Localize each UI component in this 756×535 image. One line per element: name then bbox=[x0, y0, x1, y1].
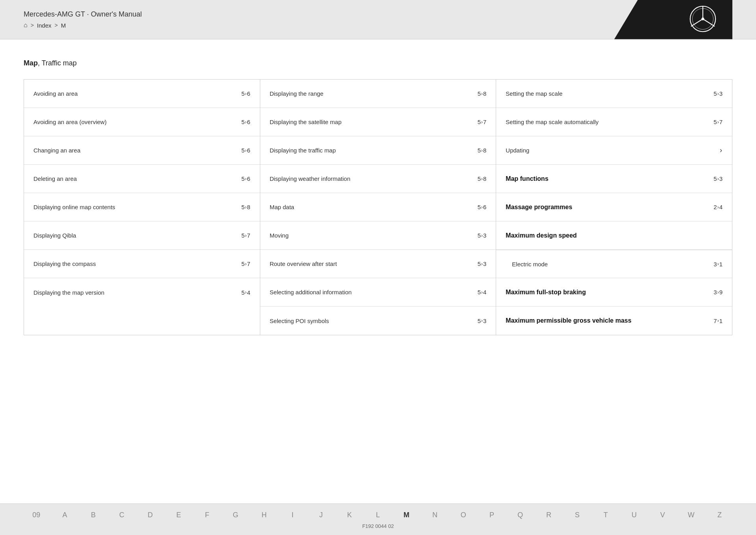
entry-label: Displaying the compass bbox=[33, 260, 235, 267]
entry-page: 5›6 bbox=[241, 119, 250, 125]
entry-label: Updating bbox=[506, 147, 713, 154]
alpha-P[interactable]: P bbox=[484, 510, 500, 520]
entry-label: Route overview after start bbox=[270, 260, 471, 267]
alpha-R[interactable]: R bbox=[541, 510, 557, 520]
alpha-V[interactable]: V bbox=[655, 510, 671, 520]
list-item: Map functions 5›3 bbox=[496, 165, 732, 193]
list-item: Map data 5›6 bbox=[260, 193, 496, 221]
entry-label: Moving bbox=[270, 232, 471, 239]
list-item: Massage programmes 2›4 bbox=[496, 193, 732, 221]
index-column-1: Avoiding an area 5›6 Avoiding an area (o… bbox=[24, 80, 260, 335]
mercedes-logo bbox=[689, 5, 717, 34]
alpha-H[interactable]: H bbox=[256, 510, 272, 520]
entry-label: Setting the map scale automatically bbox=[506, 119, 707, 125]
page-header: Mercedes-AMG GT · Owner's Manual ⌂ > Ind… bbox=[0, 0, 756, 39]
entry-page: 5›7 bbox=[241, 260, 250, 267]
alpha-E[interactable]: E bbox=[171, 510, 187, 520]
alpha-W[interactable]: W bbox=[683, 510, 699, 520]
entry-label: Avoiding an area bbox=[33, 90, 235, 97]
entry-label-bold: Massage programmes bbox=[506, 204, 707, 211]
list-item: Maximum permissible gross vehicle mass 7… bbox=[496, 307, 732, 335]
alpha-F[interactable]: F bbox=[199, 510, 215, 520]
list-item: Updating › bbox=[496, 136, 732, 165]
header-right bbox=[598, 0, 732, 39]
alpha-L[interactable]: L bbox=[370, 510, 386, 520]
alpha-Z[interactable]: Z bbox=[712, 510, 727, 520]
alpha-C[interactable]: C bbox=[114, 510, 130, 520]
entry-page: 5›4 bbox=[478, 289, 487, 295]
entry-label: Displaying Qibla bbox=[33, 232, 235, 239]
manual-title: Mercedes-AMG GT · Owner's Manual bbox=[24, 10, 142, 19]
alpha-Q[interactable]: Q bbox=[512, 510, 528, 520]
alpha-I[interactable]: I bbox=[285, 510, 300, 520]
breadcrumb-sep-1: > bbox=[31, 22, 34, 28]
alpha-M[interactable]: M bbox=[398, 510, 414, 520]
list-item: Displaying the compass 5›7 bbox=[24, 250, 260, 278]
entry-label: Displaying the map version bbox=[33, 289, 235, 296]
entry-page: 5›3 bbox=[478, 232, 487, 239]
list-item: Selecting additional information 5›4 bbox=[260, 278, 496, 307]
entry-page: 5›6 bbox=[241, 175, 250, 182]
alpha-09[interactable]: 09 bbox=[28, 510, 44, 520]
entry-page: 5›8 bbox=[478, 147, 487, 154]
list-item: Electric mode 3›1 bbox=[496, 250, 732, 278]
list-item: Displaying Qibla 5›7 bbox=[24, 221, 260, 250]
entry-page: 3›1 bbox=[713, 261, 723, 268]
alpha-O[interactable]: O bbox=[456, 510, 471, 520]
entry-page: 5›4 bbox=[241, 289, 250, 296]
entry-label: Displaying the range bbox=[270, 90, 471, 97]
alpha-G[interactable]: G bbox=[228, 510, 243, 520]
section-heading: Map, Traffic map bbox=[24, 59, 732, 67]
alpha-U[interactable]: U bbox=[626, 510, 642, 520]
alpha-K[interactable]: K bbox=[342, 510, 358, 520]
alpha-S[interactable]: S bbox=[569, 510, 585, 520]
index-column-2: Displaying the range 5›8 Displaying the … bbox=[260, 80, 497, 335]
entry-label: Setting the map scale bbox=[506, 90, 707, 97]
entry-page: 5›6 bbox=[241, 90, 250, 97]
list-item: Route overview after start 5›3 bbox=[260, 250, 496, 278]
list-item: Setting the map scale automatically 5›7 bbox=[496, 108, 732, 136]
list-item: Deleting an area 5›6 bbox=[24, 165, 260, 193]
main-content: Map, Traffic map Avoiding an area 5›6 Av… bbox=[0, 39, 756, 503]
entry-page: › bbox=[719, 146, 723, 154]
list-item: Avoiding an area (overview) 5›6 bbox=[24, 108, 260, 136]
entry-label: Selecting additional information bbox=[270, 289, 471, 295]
list-item: Maximum design speed bbox=[496, 221, 732, 250]
alpha-A[interactable]: A bbox=[57, 510, 73, 520]
entry-label: Electric mode bbox=[512, 261, 707, 268]
entry-page: 5›7 bbox=[478, 119, 487, 125]
page-footer: 09 A B C D E F G H I J K L M N O P Q R S… bbox=[0, 503, 756, 535]
entry-label: Displaying the satellite map bbox=[270, 119, 471, 125]
entry-page: 5›3 bbox=[713, 90, 723, 97]
entry-label: Selecting POI symbols bbox=[270, 318, 471, 324]
entry-page: 5›3 bbox=[478, 260, 487, 267]
logo-container bbox=[598, 0, 732, 39]
section-heading-normal: , Traffic map bbox=[38, 59, 77, 67]
entry-label-bold: Map functions bbox=[506, 175, 707, 182]
entry-label-bold: Maximum full-stop braking bbox=[506, 289, 707, 296]
alpha-D[interactable]: D bbox=[142, 510, 158, 520]
entry-page: 7›1 bbox=[713, 318, 723, 324]
entry-page: 5›7 bbox=[241, 232, 250, 239]
header-left: Mercedes-AMG GT · Owner's Manual ⌂ > Ind… bbox=[24, 10, 142, 29]
alphabet-nav: 09 A B C D E F G H I J K L M N O P Q R S… bbox=[0, 510, 756, 520]
index-column-3: Setting the map scale 5›3 Setting the ma… bbox=[496, 80, 732, 335]
home-icon[interactable]: ⌂ bbox=[24, 22, 28, 29]
entry-page: 5›8 bbox=[241, 204, 250, 210]
entry-page: 5›8 bbox=[478, 175, 487, 182]
list-item: Displaying weather information 5›8 bbox=[260, 165, 496, 193]
mercedes-star-icon bbox=[689, 5, 717, 33]
alpha-J[interactable]: J bbox=[313, 510, 329, 520]
alpha-B[interactable]: B bbox=[85, 510, 101, 520]
alpha-T[interactable]: T bbox=[598, 510, 613, 520]
svg-point-5 bbox=[702, 17, 704, 20]
entry-page: 5›8 bbox=[478, 90, 487, 97]
alpha-N[interactable]: N bbox=[427, 510, 443, 520]
list-item: Displaying the map version 5›4 bbox=[24, 278, 260, 307]
entry-page: 5›7 bbox=[713, 119, 723, 125]
entry-label-bold: Maximum permissible gross vehicle mass bbox=[506, 316, 707, 325]
breadcrumb-index[interactable]: Index bbox=[37, 22, 52, 29]
list-item: Changing an area 5›6 bbox=[24, 136, 260, 165]
entry-page: 3›9 bbox=[713, 289, 723, 295]
entry-page: 5›3 bbox=[478, 318, 487, 324]
